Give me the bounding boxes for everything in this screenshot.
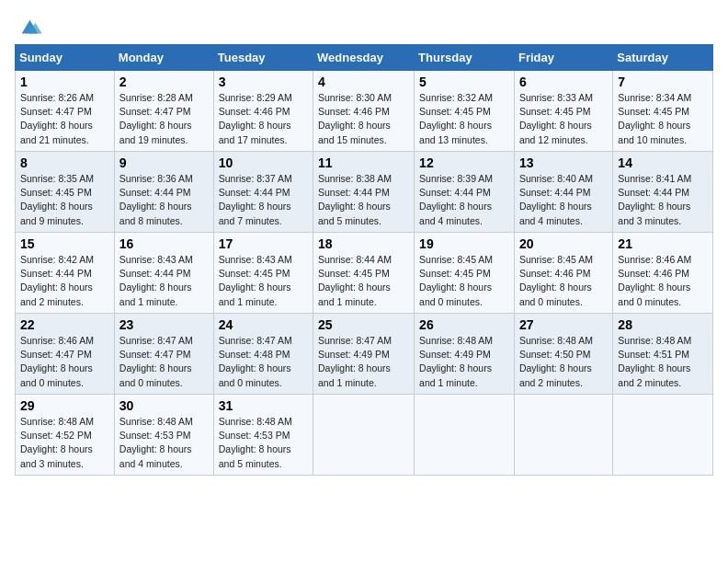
day-detail: Sunrise: 8:45 AM Sunset: 4:45 PM Dayligh… — [419, 253, 509, 309]
logo — [15, 15, 44, 35]
calendar-cell: 21Sunrise: 8:46 AM Sunset: 4:46 PM Dayli… — [613, 233, 713, 314]
week-row-3: 15Sunrise: 8:42 AM Sunset: 4:44 PM Dayli… — [16, 233, 713, 314]
day-number: 4 — [318, 75, 409, 89]
calendar-cell — [514, 395, 612, 476]
day-detail: Sunrise: 8:28 AM Sunset: 4:47 PM Dayligh… — [119, 91, 209, 147]
day-number: 3 — [219, 75, 308, 89]
col-header-sunday: Sunday — [16, 45, 115, 71]
day-number: 6 — [519, 75, 608, 89]
day-number: 28 — [618, 317, 708, 332]
day-detail: Sunrise: 8:47 AM Sunset: 4:49 PM Dayligh… — [318, 334, 409, 390]
week-row-1: 1Sunrise: 8:26 AM Sunset: 4:47 PM Daylig… — [16, 71, 713, 152]
day-detail: Sunrise: 8:39 AM Sunset: 4:44 PM Dayligh… — [419, 172, 509, 228]
day-number: 1 — [20, 75, 109, 89]
calendar-cell: 31Sunrise: 8:48 AM Sunset: 4:53 PM Dayli… — [213, 395, 313, 476]
calendar-cell — [415, 395, 515, 476]
calendar-cell: 3Sunrise: 8:29 AM Sunset: 4:46 PM Daylig… — [213, 71, 313, 152]
calendar-cell: 27Sunrise: 8:48 AM Sunset: 4:50 PM Dayli… — [514, 314, 612, 395]
day-number: 16 — [119, 236, 209, 251]
day-detail: Sunrise: 8:26 AM Sunset: 4:47 PM Dayligh… — [20, 91, 109, 147]
day-detail: Sunrise: 8:48 AM Sunset: 4:52 PM Dayligh… — [20, 415, 109, 471]
day-number: 5 — [419, 75, 509, 89]
day-detail: Sunrise: 8:42 AM Sunset: 4:44 PM Dayligh… — [20, 253, 109, 309]
day-detail: Sunrise: 8:30 AM Sunset: 4:46 PM Dayligh… — [318, 91, 409, 147]
day-number: 13 — [519, 155, 608, 170]
day-number: 2 — [119, 75, 209, 89]
day-number: 21 — [618, 236, 708, 251]
week-row-4: 22Sunrise: 8:46 AM Sunset: 4:47 PM Dayli… — [16, 314, 713, 395]
calendar-cell: 8Sunrise: 8:35 AM Sunset: 4:45 PM Daylig… — [16, 152, 115, 233]
col-header-tuesday: Tuesday — [213, 45, 313, 71]
day-detail: Sunrise: 8:48 AM Sunset: 4:51 PM Dayligh… — [618, 334, 708, 390]
col-header-thursday: Thursday — [415, 45, 515, 71]
day-detail: Sunrise: 8:40 AM Sunset: 4:44 PM Dayligh… — [519, 172, 608, 228]
calendar-cell: 29Sunrise: 8:48 AM Sunset: 4:52 PM Dayli… — [16, 395, 115, 476]
calendar-cell: 11Sunrise: 8:38 AM Sunset: 4:44 PM Dayli… — [313, 152, 415, 233]
calendar-cell: 6Sunrise: 8:33 AM Sunset: 4:45 PM Daylig… — [514, 71, 612, 152]
calendar-cell: 19Sunrise: 8:45 AM Sunset: 4:45 PM Dayli… — [415, 233, 515, 314]
day-detail: Sunrise: 8:36 AM Sunset: 4:44 PM Dayligh… — [119, 172, 209, 228]
logo-icon — [15, 15, 42, 35]
day-detail: Sunrise: 8:33 AM Sunset: 4:45 PM Dayligh… — [519, 91, 608, 147]
day-detail: Sunrise: 8:45 AM Sunset: 4:46 PM Dayligh… — [519, 253, 608, 309]
calendar-cell — [613, 395, 713, 476]
day-detail: Sunrise: 8:43 AM Sunset: 4:44 PM Dayligh… — [119, 253, 209, 309]
calendar-cell: 28Sunrise: 8:48 AM Sunset: 4:51 PM Dayli… — [613, 314, 713, 395]
calendar-cell: 10Sunrise: 8:37 AM Sunset: 4:44 PM Dayli… — [213, 152, 313, 233]
calendar-cell: 5Sunrise: 8:32 AM Sunset: 4:45 PM Daylig… — [415, 71, 515, 152]
day-detail: Sunrise: 8:48 AM Sunset: 4:49 PM Dayligh… — [419, 334, 509, 390]
day-number: 7 — [618, 75, 708, 89]
calendar-cell: 13Sunrise: 8:40 AM Sunset: 4:44 PM Dayli… — [514, 152, 612, 233]
day-number: 26 — [419, 317, 509, 332]
calendar-cell: 17Sunrise: 8:43 AM Sunset: 4:45 PM Dayli… — [213, 233, 313, 314]
week-row-2: 8Sunrise: 8:35 AM Sunset: 4:45 PM Daylig… — [16, 152, 713, 233]
calendar-cell: 1Sunrise: 8:26 AM Sunset: 4:47 PM Daylig… — [16, 71, 115, 152]
calendar-cell: 9Sunrise: 8:36 AM Sunset: 4:44 PM Daylig… — [114, 152, 213, 233]
calendar-cell: 26Sunrise: 8:48 AM Sunset: 4:49 PM Dayli… — [415, 314, 515, 395]
day-detail: Sunrise: 8:47 AM Sunset: 4:48 PM Dayligh… — [219, 334, 308, 390]
calendar-cell: 4Sunrise: 8:30 AM Sunset: 4:46 PM Daylig… — [313, 71, 415, 152]
col-header-friday: Friday — [514, 45, 612, 71]
calendar-cell: 25Sunrise: 8:47 AM Sunset: 4:49 PM Dayli… — [313, 314, 415, 395]
calendar-cell: 30Sunrise: 8:48 AM Sunset: 4:53 PM Dayli… — [114, 395, 213, 476]
day-number: 9 — [119, 155, 209, 170]
day-number: 23 — [119, 317, 209, 332]
day-detail: Sunrise: 8:35 AM Sunset: 4:45 PM Dayligh… — [20, 172, 109, 228]
day-detail: Sunrise: 8:41 AM Sunset: 4:44 PM Dayligh… — [618, 172, 708, 228]
calendar-cell: 16Sunrise: 8:43 AM Sunset: 4:44 PM Dayli… — [114, 233, 213, 314]
day-detail: Sunrise: 8:32 AM Sunset: 4:45 PM Dayligh… — [419, 91, 509, 147]
day-number: 8 — [20, 155, 109, 170]
calendar-cell: 15Sunrise: 8:42 AM Sunset: 4:44 PM Dayli… — [16, 233, 115, 314]
col-header-monday: Monday — [114, 45, 213, 71]
day-detail: Sunrise: 8:29 AM Sunset: 4:46 PM Dayligh… — [219, 91, 308, 147]
day-number: 14 — [618, 155, 708, 170]
calendar-cell: 20Sunrise: 8:45 AM Sunset: 4:46 PM Dayli… — [514, 233, 612, 314]
day-detail: Sunrise: 8:48 AM Sunset: 4:50 PM Dayligh… — [519, 334, 608, 390]
day-number: 12 — [419, 155, 509, 170]
day-number: 20 — [519, 236, 608, 251]
calendar-cell: 24Sunrise: 8:47 AM Sunset: 4:48 PM Dayli… — [213, 314, 313, 395]
col-header-saturday: Saturday — [613, 45, 713, 71]
day-number: 27 — [519, 317, 608, 332]
calendar-cell: 12Sunrise: 8:39 AM Sunset: 4:44 PM Dayli… — [415, 152, 515, 233]
day-detail: Sunrise: 8:44 AM Sunset: 4:45 PM Dayligh… — [318, 253, 409, 309]
calendar-table: SundayMondayTuesdayWednesdayThursdayFrid… — [15, 44, 713, 476]
day-number: 11 — [318, 155, 409, 170]
calendar-cell: 2Sunrise: 8:28 AM Sunset: 4:47 PM Daylig… — [114, 71, 213, 152]
day-detail: Sunrise: 8:37 AM Sunset: 4:44 PM Dayligh… — [219, 172, 308, 228]
day-detail: Sunrise: 8:43 AM Sunset: 4:45 PM Dayligh… — [219, 253, 308, 309]
day-number: 30 — [119, 398, 209, 413]
calendar-cell: 14Sunrise: 8:41 AM Sunset: 4:44 PM Dayli… — [613, 152, 713, 233]
page-header — [15, 15, 713, 35]
calendar-cell: 22Sunrise: 8:46 AM Sunset: 4:47 PM Dayli… — [16, 314, 115, 395]
day-number: 18 — [318, 236, 409, 251]
day-detail: Sunrise: 8:48 AM Sunset: 4:53 PM Dayligh… — [219, 415, 308, 471]
col-header-wednesday: Wednesday — [313, 45, 415, 71]
day-number: 17 — [219, 236, 308, 251]
day-detail: Sunrise: 8:46 AM Sunset: 4:47 PM Dayligh… — [20, 334, 109, 390]
day-number: 29 — [20, 398, 109, 413]
day-number: 25 — [318, 317, 409, 332]
calendar-cell: 7Sunrise: 8:34 AM Sunset: 4:45 PM Daylig… — [613, 71, 713, 152]
day-detail: Sunrise: 8:34 AM Sunset: 4:45 PM Dayligh… — [618, 91, 708, 147]
week-row-5: 29Sunrise: 8:48 AM Sunset: 4:52 PM Dayli… — [16, 395, 713, 476]
